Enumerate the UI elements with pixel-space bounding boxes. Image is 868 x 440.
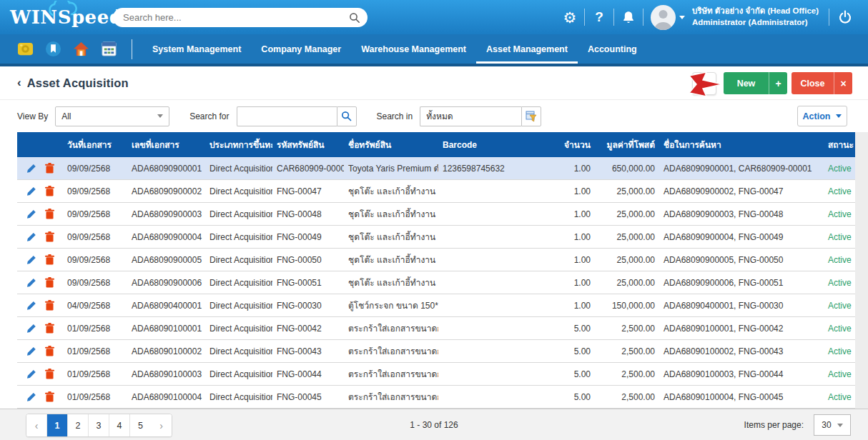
media-app-icon[interactable] — [17, 41, 34, 58]
edit-icon[interactable] — [26, 301, 36, 311]
table-row[interactable]: 09/09/2568 ADA68090900003 Direct Acquisi… — [17, 203, 855, 226]
column-header-asset_name[interactable]: ชื่อทรัพย์สิน — [344, 138, 438, 151]
next-page-button[interactable]: › — [151, 414, 172, 436]
column-header-barcode[interactable]: Barcode — [438, 140, 552, 150]
table-row[interactable]: 09/09/2568 ADA68090900005 Direct Acquisi… — [17, 249, 855, 271]
page-button-5[interactable]: 5 — [130, 414, 151, 436]
table-row[interactable]: 09/09/2568 ADA68090900004 Direct Acquisi… — [17, 226, 855, 249]
column-header-qty[interactable]: จำนวน — [552, 138, 595, 151]
items-per-page-select[interactable]: 30 — [814, 414, 851, 436]
cell-search-name: ADA68090100002, FNG-00043 — [659, 346, 819, 356]
settings-button[interactable]: ⚙ — [556, 0, 584, 34]
column-header-search_name[interactable]: ชื่อในการค้นหา — [659, 138, 819, 151]
edit-icon[interactable] — [26, 255, 36, 265]
edit-icon[interactable] — [26, 164, 36, 174]
column-header-reg_type[interactable]: ประเภทการขึ้นทะเบียน — [205, 138, 272, 151]
close-button[interactable]: Close × — [791, 72, 852, 94]
nav-item-system-management[interactable]: System Management — [142, 34, 251, 64]
nav-item-warehouse-management[interactable]: Warehouse Management — [351, 34, 476, 64]
cell-reg-type: Direct Acquisition — [205, 278, 272, 288]
row-actions — [17, 209, 63, 219]
app-logo[interactable]: WINSpeed — [0, 0, 107, 34]
search-in-input[interactable] — [420, 106, 521, 126]
items-per-page-label: Items per page: — [744, 420, 804, 430]
prev-page-button[interactable]: ‹ — [26, 414, 47, 436]
delete-icon[interactable] — [45, 163, 54, 174]
delete-icon[interactable] — [45, 300, 54, 311]
cell-search-name: ADA68090100004, FNG-00045 — [659, 392, 819, 402]
toolbar-icon-button[interactable] — [692, 72, 716, 95]
edit-icon[interactable] — [26, 209, 36, 219]
close-x-icon[interactable]: × — [834, 72, 852, 94]
filter-columns-button[interactable] — [521, 106, 541, 126]
edit-icon[interactable] — [26, 369, 36, 379]
view-by-select[interactable]: All — [55, 106, 169, 126]
nav-item-accounting[interactable]: Accounting — [578, 34, 647, 64]
edit-icon[interactable] — [26, 392, 36, 402]
logout-button[interactable] — [829, 0, 861, 34]
row-actions — [17, 323, 63, 334]
power-icon — [838, 10, 852, 24]
page-button-4[interactable]: 4 — [109, 414, 130, 436]
page-button-2[interactable]: 2 — [68, 414, 89, 436]
plus-icon[interactable]: + — [769, 72, 787, 94]
edit-icon[interactable] — [26, 278, 36, 288]
edit-icon[interactable] — [26, 232, 36, 242]
user-menu[interactable] — [643, 5, 689, 30]
table-row[interactable]: 09/09/2568 ADA68090900001 Direct Acquisi… — [17, 157, 855, 180]
status-badge: Active — [819, 209, 855, 219]
cell-date: 09/09/2568 — [63, 209, 127, 219]
edit-icon[interactable] — [26, 186, 36, 196]
table-body: 09/09/2568 ADA68090900001 Direct Acquisi… — [17, 157, 855, 409]
search-icon[interactable] — [349, 12, 360, 24]
table-row[interactable]: 09/09/2568 ADA68090900006 Direct Acquisi… — [17, 271, 855, 294]
bookmark-app-icon[interactable] — [45, 41, 62, 58]
delete-icon[interactable] — [45, 323, 54, 334]
column-header-status[interactable]: สถานะ — [819, 138, 855, 151]
help-button[interactable]: ? — [585, 0, 613, 34]
delete-icon[interactable] — [45, 231, 54, 242]
delete-icon[interactable] — [45, 186, 54, 196]
column-header-doc_no[interactable]: เลขที่เอกสาร — [127, 138, 205, 151]
page-button-1[interactable]: 1 — [47, 414, 68, 436]
table-row[interactable]: 09/09/2568 ADA68090900002 Direct Acquisi… — [17, 180, 855, 203]
page-button-3[interactable]: 3 — [89, 414, 109, 436]
cell-reg-type: Direct Acquisition — [205, 392, 272, 402]
cell-reg-type: Direct Acquisition — [205, 301, 272, 311]
nav-item-asset-management[interactable]: Asset Management — [476, 34, 578, 64]
column-header-value[interactable]: มูลค่าที่โพสต์ — [595, 138, 659, 151]
global-search-input[interactable] — [123, 12, 349, 23]
search-submit-button[interactable] — [337, 106, 357, 126]
search-for-input[interactable] — [237, 106, 337, 126]
calendar-app-icon[interactable] — [101, 41, 118, 58]
notifications-button[interactable] — [614, 0, 643, 34]
table-row[interactable]: 01/09/2568 ADA68090100002 Direct Acquisi… — [17, 340, 855, 363]
nav-item-company-manager[interactable]: Company Manager — [251, 34, 351, 64]
cell-asset-code: CAR680909-00001 — [272, 164, 344, 174]
action-dropdown-button[interactable]: Action — [797, 106, 847, 126]
delete-icon[interactable] — [45, 254, 54, 265]
user-role: Administrator (Administrator) — [692, 17, 819, 29]
edit-icon[interactable] — [26, 324, 36, 334]
cell-asset-code: FNG-00048 — [272, 209, 344, 219]
delete-icon[interactable] — [45, 369, 54, 379]
cell-reg-type: Direct Acquisition — [205, 346, 272, 356]
home-app-icon[interactable] — [73, 41, 90, 58]
delete-icon[interactable] — [45, 209, 54, 219]
delete-icon[interactable] — [45, 391, 54, 402]
column-header-asset_code[interactable]: รหัสทรัพย์สิน — [272, 138, 344, 151]
delete-icon[interactable] — [45, 346, 54, 356]
table-row[interactable]: 01/09/2568 ADA68090100001 Direct Acquisi… — [17, 317, 855, 340]
nav-items: System ManagementCompany ManagerWarehous… — [142, 34, 647, 64]
column-header-date[interactable]: วันที่เอกสาร — [63, 138, 127, 151]
table-row[interactable]: 01/09/2568 ADA68090100004 Direct Acquisi… — [17, 386, 855, 409]
back-icon[interactable]: ‹ — [17, 76, 21, 90]
table-row[interactable]: 04/09/2568 ADA68090400001 Direct Acquisi… — [17, 294, 855, 317]
cell-doc-no: ADA68090100003 — [127, 369, 205, 379]
table-row[interactable]: 01/09/2568 ADA68090100003 Direct Acquisi… — [17, 363, 855, 386]
cell-qty: 1.00 — [552, 164, 595, 174]
edit-icon[interactable] — [26, 346, 36, 356]
delete-icon[interactable] — [45, 277, 54, 288]
new-button[interactable]: New + — [724, 72, 787, 94]
cell-value: 25,000.00 — [595, 255, 659, 265]
